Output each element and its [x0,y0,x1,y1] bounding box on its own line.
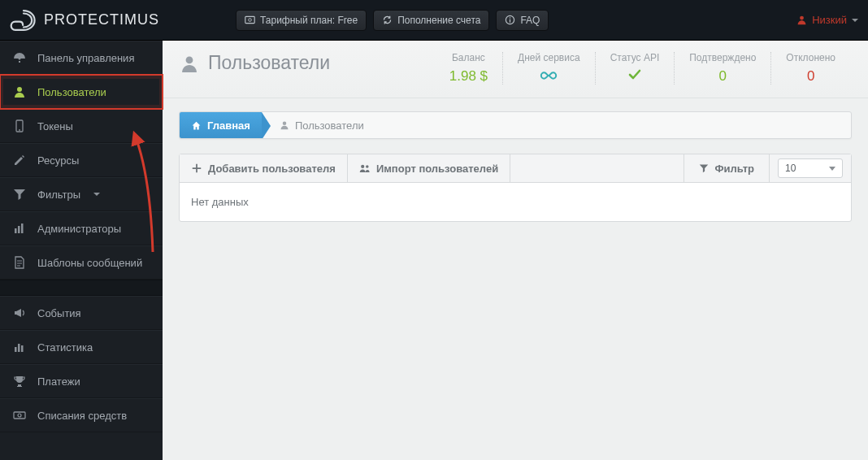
svg-rect-16 [14,412,25,419]
users-panel: Добавить пользователя Импорт пользовател… [179,154,852,222]
sidebar-item-label: Пользователи [37,86,106,98]
topbar: PROTECTIMUS Тарифный план: Free Пополнен… [0,0,868,41]
user-icon [180,54,198,72]
empty-message: Нет данных [191,196,249,208]
stat-label: Статус API [610,52,660,63]
page-size-select[interactable]: 10 [778,158,843,178]
user-icon [13,85,26,98]
page-size-value: 10 [785,163,796,174]
home-icon [191,120,202,131]
stat-label: Подтверждено [689,52,756,63]
user-icon [796,15,807,25]
sidebar-item-events[interactable]: События [0,296,163,330]
svg-point-18 [186,56,193,63]
sidebar-item-label: Статистика [37,341,93,354]
infinity-icon [540,71,558,80]
sidebar-item-label: Ресурсы [37,154,79,167]
sidebar-divider [0,280,163,296]
sidebar-item-charges[interactable]: Списания средств [0,398,163,432]
stat-declined: Отклонено 0 [770,52,850,85]
svg-rect-14 [18,344,20,352]
svg-rect-11 [18,226,20,233]
plan-icon [245,15,255,25]
breadcrumb-home-label: Главная [207,119,250,132]
svg-rect-13 [15,347,17,352]
sidebar-item-label: Панель управления [37,52,134,64]
import-users-label: Импорт пользователей [376,163,498,175]
faq-button[interactable]: FAQ [496,10,549,31]
caret-down-icon [852,19,858,22]
svg-point-19 [283,122,287,126]
sidebar-item-resources[interactable]: Ресурсы [0,143,163,177]
stat-value: 0 [786,68,835,85]
money-icon [13,409,26,422]
stat-balance: Баланс 1.98 $ [435,52,502,85]
svg-rect-12 [21,223,24,233]
stat-value [518,68,580,85]
svg-rect-0 [245,16,254,23]
svg-point-1 [249,19,252,22]
stat-label: Баланс [449,52,488,63]
content-area: Главная Пользователи Добавить пользовате… [163,98,868,235]
topbar-buttons: Тарифный план: Free Пополнение счета FAQ [236,10,549,31]
check-icon [628,69,641,80]
page-header: Пользователи Баланс 1.98 $ Дней сервиса … [163,41,868,98]
caret-down-icon [829,167,835,171]
page-title: Пользователи [208,52,330,74]
svg-rect-15 [21,345,24,352]
breadcrumb-current: Пользователи [262,112,375,138]
filter-icon [699,163,709,173]
page-size-wrap: 10 [770,154,851,182]
plan-button[interactable]: Тарифный план: Free [236,10,367,31]
sidebar-item-label: События [37,307,81,319]
info-icon [505,15,515,25]
sidebar-item-users[interactable]: Пользователи [0,75,163,109]
faq-label: FAQ [520,15,540,26]
user-label: Низкий [812,14,847,26]
sidebar-item-tokens[interactable]: Токены [0,109,163,143]
svg-rect-4 [510,17,510,18]
sidebar-item-dashboard[interactable]: Панель управления [0,41,163,75]
bullhorn-icon [13,306,26,319]
svg-rect-3 [510,20,510,23]
import-users-button[interactable]: Импорт пользователей [348,154,510,182]
brand-logo[interactable]: PROTECTIMUS [0,9,163,32]
filter-button[interactable]: Фильтр [684,154,770,182]
sidebar-item-filters[interactable]: Фильтры [0,177,163,211]
filter-label: Фильтр [714,163,754,175]
sidebar: Панель управления Пользователи Токены Ре… [0,41,163,460]
svg-point-17 [18,414,21,417]
sidebar-item-label: Фильтры [37,189,80,201]
add-user-button[interactable]: Добавить пользователя [180,154,348,182]
sidebar-item-label: Списания средств [37,410,127,422]
sidebar-item-label: Шаблоны сообщений [37,257,142,269]
sidebar-item-admins[interactable]: Администраторы [0,211,163,245]
bars-icon [13,222,26,235]
stat-value [610,68,660,85]
page-title-wrap: Пользователи [180,52,330,74]
dashboard-icon [13,51,26,64]
plus-icon [191,163,202,174]
plan-label: Тарифный план: Free [260,15,358,26]
sidebar-item-label: Токены [37,120,73,132]
mobile-icon [13,119,26,132]
svg-point-20 [361,165,364,168]
topup-button[interactable]: Пополнение счета [373,10,489,31]
breadcrumb-home[interactable]: Главная [180,112,262,138]
sidebar-item-templates[interactable]: Шаблоны сообщений [0,245,163,280]
filter-icon [13,188,26,201]
add-user-label: Добавить пользователя [208,163,336,175]
main-content: Пользователи Баланс 1.98 $ Дней сервиса … [163,41,868,460]
stat-api: Статус API [595,52,675,85]
stat-label: Отклонено [786,52,835,63]
panel-toolbar: Добавить пользователя Импорт пользовател… [180,154,851,183]
sidebar-item-label: Администраторы [37,223,121,235]
stat-value: 0 [689,68,756,85]
sidebar-item-payments[interactable]: Платежи [0,364,163,398]
sidebar-item-statistics[interactable]: Статистика [0,330,163,364]
stat-value: 1.98 $ [449,68,488,85]
user-menu[interactable]: Низкий [796,14,858,26]
brand-text: PROTECTIMUS [44,11,159,28]
svg-point-9 [19,129,20,131]
users-icon [359,163,371,174]
